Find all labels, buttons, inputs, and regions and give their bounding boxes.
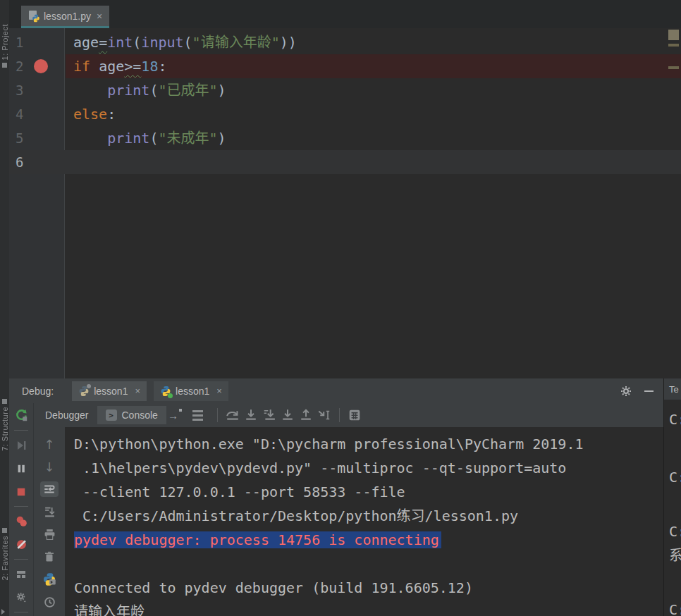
- stop-button[interactable]: [9, 480, 33, 503]
- running-badge: [168, 393, 173, 398]
- python-run-icon: [78, 386, 90, 397]
- debug-view-toolbar: Debugger > Console →: [34, 403, 663, 427]
- project-icon: [2, 63, 7, 68]
- divider: [14, 430, 28, 431]
- favorites-icon: [2, 528, 7, 533]
- history-clock-icon[interactable]: [34, 591, 65, 613]
- editor-line[interactable]: 6: [9, 150, 681, 174]
- editor-line[interactable]: 5 print("未成年"): [9, 126, 681, 150]
- console-line[interactable]: pydev debugger: process 14756 is connect…: [74, 528, 663, 552]
- force-step-into-button[interactable]: [260, 407, 278, 424]
- terminal-icon: >: [106, 409, 117, 421]
- console-line[interactable]: [74, 552, 663, 576]
- code-editor[interactable]: 1age=int(input("请输入年龄"))2if age>=18:3 pr…: [9, 28, 681, 378]
- code-line: print("已成年"): [65, 78, 681, 102]
- up-stack-trace-button[interactable]: ↑: [34, 433, 65, 455]
- structure-stripe-label: 7: Structure: [1, 407, 9, 451]
- line-number: 2: [16, 58, 23, 74]
- divider: [14, 506, 28, 507]
- print-button[interactable]: [34, 523, 65, 546]
- show-command-line-icon[interactable]: →: [168, 409, 178, 421]
- close-icon[interactable]: ×: [216, 386, 222, 396]
- console-line[interactable]: C:/Users/Administrator/Desktop/python练习/…: [74, 504, 663, 528]
- debug-tool-window: Debug: lesson1 ×: [9, 378, 663, 616]
- sidebar-item-structure[interactable]: 7: Structure: [0, 396, 9, 495]
- debug-console-output[interactable]: D:\python\python.exe "D:\pycharm profess…: [65, 427, 663, 616]
- minimize-icon[interactable]: [644, 390, 654, 392]
- console-line[interactable]: Connected to pydev debugger (build 191.6…: [74, 576, 663, 600]
- tab-debugger[interactable]: Debugger: [37, 406, 97, 424]
- divider: [339, 408, 340, 422]
- python-run-icon: [160, 386, 171, 397]
- step-out-button[interactable]: [297, 407, 315, 424]
- down-stack-trace-button[interactable]: ↓: [34, 455, 65, 478]
- project-stripe-label: 1: Project: [1, 24, 9, 60]
- code-line: if age>=18:: [65, 54, 681, 78]
- evaluate-expression-button[interactable]: [345, 407, 364, 424]
- settings-gear-icon[interactable]: [620, 386, 632, 397]
- console-line[interactable]: 请输入年龄: [74, 600, 663, 616]
- line-number: 4: [16, 106, 23, 122]
- gutter-cell[interactable]: 3: [9, 78, 65, 102]
- right-panel-tab[interactable]: Te: [664, 378, 681, 400]
- close-icon[interactable]: ×: [135, 386, 140, 396]
- mute-breakpoints-button[interactable]: [9, 533, 33, 556]
- resume-button[interactable]: [9, 433, 33, 457]
- restore-layout-button[interactable]: [9, 562, 33, 586]
- tab-debugger-label: Debugger: [45, 409, 89, 421]
- view-breakpoints-button[interactable]: [9, 510, 33, 533]
- python-console-icon[interactable]: [34, 568, 65, 591]
- scroll-to-end-button[interactable]: [34, 500, 65, 523]
- inspection-status-icon[interactable]: [668, 30, 679, 40]
- editor-lines: 1age=int(input("请输入年龄"))2if age>=18:3 pr…: [9, 30, 681, 174]
- divider: [14, 612, 28, 612]
- stripe-bottom-arrow-icon: [1, 609, 5, 615]
- gutter-cell[interactable]: 5: [9, 126, 65, 150]
- tool-window-stripe: 1: Project 7: Structure 2: Favorites: [0, 0, 9, 616]
- session-tab-1[interactable]: lesson1 ×: [72, 381, 147, 401]
- right-cutoff-panel: Te C:C:C:系C:: [663, 378, 681, 616]
- session-tab-2[interactable]: lesson1 ×: [154, 381, 228, 401]
- pause-button[interactable]: [9, 457, 33, 480]
- console-line[interactable]: D:\python\python.exe "D:\pycharm profess…: [74, 432, 663, 456]
- sidebar-item-project[interactable]: 1: Project: [0, 24, 9, 103]
- tab-console[interactable]: > Console: [97, 406, 166, 424]
- warning-mark[interactable]: [668, 66, 679, 69]
- soft-wrap-button[interactable]: [34, 478, 65, 500]
- clear-console-button[interactable]: [34, 546, 65, 568]
- tab-lesson1-py[interactable]: lesson1.py ×: [21, 6, 109, 28]
- gutter-cell[interactable]: 4: [9, 102, 65, 126]
- line-number: 5: [16, 130, 23, 146]
- editor-line[interactable]: 4else:: [9, 102, 681, 126]
- tab-title: lesson1.py: [44, 11, 91, 22]
- right-panel-line: C:: [669, 411, 681, 428]
- console-line[interactable]: --client 127.0.0.1 --port 58533 --file: [74, 480, 663, 504]
- sidebar-item-favorites[interactable]: 2: Favorites: [0, 525, 9, 610]
- editor-line[interactable]: 1age=int(input("请输入年龄")): [9, 30, 681, 54]
- editor-line[interactable]: 2if age>=18:: [9, 54, 681, 78]
- gutter-cell[interactable]: 2: [9, 54, 65, 78]
- debug-label: Debug:: [22, 386, 54, 397]
- step-into-my-code-button[interactable]: [278, 407, 297, 424]
- warning-mark[interactable]: [668, 44, 679, 47]
- gutter-cell[interactable]: 1: [9, 30, 65, 54]
- breakpoint-icon[interactable]: [34, 59, 48, 73]
- right-panel-line: 系: [669, 544, 681, 565]
- error-stripe: [665, 28, 681, 378]
- rerun-button[interactable]: [9, 403, 33, 427]
- tab-console-label: Console: [122, 409, 158, 421]
- step-over-button[interactable]: [223, 407, 242, 424]
- selected-stderr-text: pydev debugger: process 14756 is connect…: [74, 531, 441, 548]
- terminated-badge: [87, 384, 91, 388]
- console-line[interactable]: .1\helpers\pydev\pydevd.py" --multiproc …: [74, 456, 663, 480]
- close-icon[interactable]: ×: [97, 11, 102, 22]
- gutter-cell[interactable]: 6: [9, 150, 65, 174]
- step-into-button[interactable]: [242, 407, 260, 424]
- run-to-cursor-button[interactable]: [315, 407, 333, 424]
- editor-line[interactable]: 3 print("已成年"): [9, 78, 681, 102]
- favorites-stripe-label: 2: Favorites: [1, 536, 9, 580]
- right-panel-line: C:: [669, 469, 681, 486]
- layout-menu-icon[interactable]: [192, 410, 203, 421]
- debug-settings-button[interactable]: [9, 586, 33, 609]
- structure-icon: [2, 399, 7, 404]
